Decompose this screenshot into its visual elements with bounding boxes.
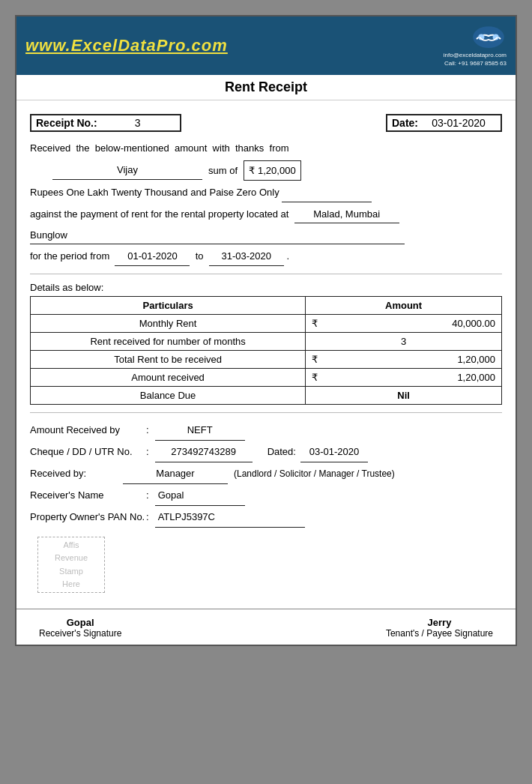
website-title: www.ExcelDataPro.com bbox=[25, 36, 228, 55]
pan-value: ATLPJ5397C bbox=[155, 507, 305, 528]
table-row-amount-0: ₹40,000.00 bbox=[306, 314, 502, 332]
receipt-body: Receipt No.: 3 Date: 03-01-2020 Received… bbox=[16, 100, 516, 602]
receipt-wrapper: www.ExcelDataPro.com info@exceldatapro.c… bbox=[15, 15, 517, 646]
against-payment-row: against the payment of rent for the rent… bbox=[30, 205, 502, 223]
divider-1 bbox=[30, 274, 502, 274]
col-amount-header: Amount bbox=[306, 296, 502, 314]
receipt-number-label: Receipt No.: bbox=[36, 117, 97, 129]
period-text: for the period from bbox=[30, 250, 109, 262]
receiver-signature-block: Gopal Receiver's Signature bbox=[39, 617, 121, 639]
details-table: Particulars Amount Monthly Rent₹40,000.0… bbox=[30, 296, 502, 405]
receiver-signature-name: Gopal bbox=[39, 617, 121, 628]
tenant-signature-role: Tenant's / Payee Signature bbox=[386, 628, 493, 639]
table-row-particular-4: Balance Due bbox=[31, 386, 306, 404]
received-by2-label: Received by: bbox=[30, 464, 120, 483]
receipt-number-box: Receipt No.: 3 bbox=[30, 114, 181, 132]
table-row-amount-4: Nil bbox=[306, 386, 502, 404]
handshake-icon bbox=[471, 24, 507, 51]
receiver-name-value: Gopal bbox=[155, 486, 245, 506]
stamp-box: Affis Revenue Stamp Here bbox=[37, 537, 105, 593]
tenant-signature-block: Jerry Tenant's / Payee Signature bbox=[386, 617, 493, 639]
dated-value: 03-01-2020 bbox=[300, 442, 368, 462]
amount-text: amount bbox=[175, 142, 207, 154]
sum-value: 1,20,000 bbox=[258, 162, 296, 179]
payer-name: Vijay bbox=[52, 161, 202, 179]
stamp-line1: Affis bbox=[63, 539, 79, 552]
below-mentioned-text: below-mentioned bbox=[95, 142, 169, 154]
divider-2 bbox=[30, 412, 502, 413]
header-banner: www.ExcelDataPro.com info@exceldatapro.c… bbox=[16, 16, 516, 75]
received-from-paragraph: Received the below-mentioned amount with… bbox=[30, 139, 502, 157]
sum-of-text: sum of bbox=[208, 162, 238, 179]
rupees-words: Rupees One Lakh Twenty Thousand and Pais… bbox=[30, 187, 279, 198]
cheque-row: Cheque / DD / UTR No. : 273492743289 Dat… bbox=[30, 442, 502, 462]
period-from: 01-01-2020 bbox=[115, 247, 190, 265]
table-row-particular-2: Total Rent to be received bbox=[31, 350, 306, 368]
details-label: Details as below: bbox=[30, 282, 502, 293]
receiver-name-row: Receiver's Name : Gopal bbox=[30, 486, 502, 506]
with-text: with bbox=[213, 142, 230, 154]
table-row-amount-3: ₹1,20,000 bbox=[306, 368, 502, 386]
received-by-label: Amount Received by bbox=[30, 420, 146, 440]
stamp-line4: Here bbox=[62, 578, 80, 591]
signature-row: Gopal Receiver's Signature Jerry Tenant'… bbox=[16, 609, 516, 645]
receiver-signature-role: Receiver's Signature bbox=[39, 628, 121, 639]
property-location: Malad, Mumbai bbox=[294, 205, 399, 223]
received-by2-value: Manager bbox=[123, 464, 228, 484]
payer-sum-row: Vijay sum of ₹ 1,20,000 bbox=[30, 160, 502, 181]
from-text: from bbox=[270, 142, 289, 154]
received-by2-row: Received by: Manager (Landlord / Solicit… bbox=[30, 464, 502, 484]
tenant-signature-name: Jerry bbox=[386, 617, 493, 628]
property-type-row: Bunglow bbox=[30, 226, 502, 244]
receipt-meta-row: Receipt No.: 3 Date: 03-01-2020 bbox=[30, 114, 502, 132]
dated-label: Dated: bbox=[267, 442, 296, 462]
stamp-section: Affis Revenue Stamp Here bbox=[30, 535, 502, 595]
table-row-particular-3: Amount received bbox=[31, 368, 306, 386]
receiver-name-label: Receiver's Name bbox=[30, 486, 146, 505]
received-text: Received bbox=[30, 142, 70, 154]
pan-label: Property Owner's PAN No. bbox=[30, 507, 146, 527]
table-row-amount-1: 3 bbox=[306, 332, 502, 350]
sum-amount-box: ₹ 1,20,000 bbox=[244, 160, 301, 181]
receipt-date-box: Date: 03-01-2020 bbox=[386, 114, 502, 132]
thanks-text: thanks bbox=[235, 142, 264, 154]
against-text: against the payment of rent for the rent… bbox=[30, 208, 288, 220]
cheque-label: Cheque / DD / UTR No. bbox=[30, 442, 146, 462]
currency-symbol: ₹ bbox=[249, 162, 255, 179]
to-text: to bbox=[196, 250, 204, 262]
col-particulars-header: Particulars bbox=[31, 296, 306, 314]
header-logo-area: info@exceldatapro.com Call: +91 9687 858… bbox=[444, 24, 507, 67]
header-contact: info@exceldatapro.com Call: +91 9687 858… bbox=[444, 51, 507, 67]
receipt-number-value: 3 bbox=[100, 117, 175, 129]
table-row-particular-0: Monthly Rent bbox=[31, 314, 306, 332]
table-row-amount-2: ₹1,20,000 bbox=[306, 350, 502, 368]
receipt-title: Rent Receipt bbox=[16, 75, 516, 100]
table-row-particular-1: Rent received for number of months bbox=[31, 332, 306, 350]
receipt-date-value: 03-01-2020 bbox=[421, 117, 496, 129]
stamp-line2: Revenue bbox=[55, 552, 88, 565]
cheque-value: 273492743289 bbox=[155, 442, 253, 462]
period-to: 31-03-2020 bbox=[209, 247, 284, 265]
property-type: Bunglow bbox=[30, 226, 405, 244]
pan-row: Property Owner's PAN No. : ATLPJ5397C bbox=[30, 507, 502, 528]
period-row: for the period from 01-01-2020 to 31-03-… bbox=[30, 247, 502, 265]
amount-received-by-row: Amount Received by : NEFT bbox=[30, 420, 502, 441]
received-by-value: NEFT bbox=[155, 420, 245, 441]
receipt-date-label: Date: bbox=[392, 117, 418, 129]
payment-section: Amount Received by : NEFT Cheque / DD / … bbox=[30, 420, 502, 528]
the-text: the bbox=[76, 142, 89, 154]
stamp-line3: Stamp bbox=[59, 565, 83, 579]
rupees-words-row: Rupees One Lakh Twenty Thousand and Pais… bbox=[30, 184, 502, 202]
received-by2-options: (Landlord / Solicitor / Manager / Truste… bbox=[234, 465, 395, 483]
